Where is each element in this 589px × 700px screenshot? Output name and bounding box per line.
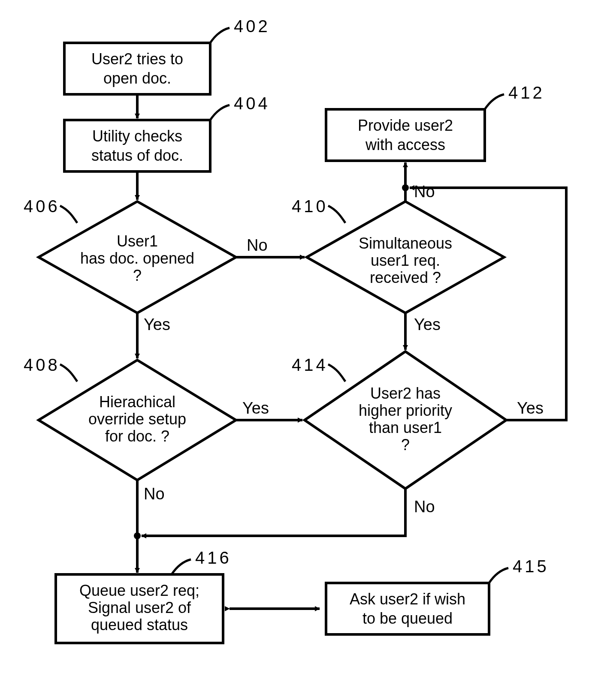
- node-416-l2: Signal user2 of: [88, 599, 191, 616]
- ref-414: 414: [292, 355, 328, 374]
- ref-406: 406: [24, 197, 60, 216]
- node-412-l2: with access: [365, 136, 445, 153]
- node-416: Queue user2 req; Signal user2 of queued …: [56, 574, 223, 643]
- ref-402: 402: [234, 17, 270, 36]
- edge-414-no: No: [414, 498, 435, 516]
- ref-404: 404: [234, 94, 270, 113]
- node-412-l1: Provide user2: [358, 117, 453, 134]
- node-412: Provide user2 with access: [326, 109, 485, 161]
- edge-414-416: [142, 489, 405, 536]
- edge-408-no: No: [144, 485, 165, 503]
- node-415: Ask user2 if wish to be queued: [326, 583, 489, 634]
- node-406-l1: User1: [117, 232, 158, 250]
- edge-410-yes: Yes: [414, 315, 441, 333]
- junction-408-416: [134, 532, 141, 539]
- ref-410: 410: [292, 197, 328, 216]
- node-404-l2: status of doc.: [91, 147, 183, 164]
- node-406-l3: ?: [133, 267, 142, 284]
- ref-415: 415: [513, 557, 549, 576]
- node-415-l1: Ask user2 if wish: [350, 590, 465, 608]
- node-414-l2: higher priority: [359, 402, 452, 419]
- ref-408: 408: [24, 355, 60, 374]
- junction-410-412: [402, 184, 409, 191]
- node-416-l1: Queue user2 req;: [79, 582, 199, 599]
- node-402: User2 tries to open doc.: [64, 43, 210, 94]
- node-408: Hierachical override setup for doc. ?: [39, 360, 236, 480]
- node-410-l3: received ?: [370, 269, 441, 286]
- node-406-l2: has doc. opened: [80, 249, 194, 267]
- node-406: User1 has doc. opened ?: [39, 201, 236, 313]
- node-402-l2: open doc.: [103, 69, 171, 87]
- node-414: User2 has higher priority than user1 ?: [305, 352, 506, 489]
- edge-408-yes: Yes: [242, 399, 269, 417]
- node-415-l2: to be queued: [362, 610, 453, 627]
- edge-406-no: No: [247, 236, 268, 254]
- node-408-l3: for doc. ?: [105, 427, 169, 445]
- node-414-l1: User2 has: [370, 385, 441, 402]
- node-410-l1: Simultaneous: [359, 234, 452, 252]
- node-408-l1: Hierachical: [99, 393, 175, 411]
- edge-414-yes: Yes: [517, 399, 544, 417]
- edge-406-yes: Yes: [144, 315, 170, 333]
- node-414-l4: ?: [401, 436, 410, 454]
- node-410-l2: user1 req.: [371, 252, 440, 269]
- node-404-l1: Utility checks: [92, 127, 182, 145]
- node-416-l3: queued status: [91, 616, 188, 634]
- node-414-l3: than user1: [369, 419, 442, 436]
- ref-412: 412: [508, 83, 545, 102]
- ref-416: 416: [195, 548, 232, 567]
- node-404: Utility checks status of doc.: [64, 120, 210, 171]
- node-410: Simultaneous user1 req. received ?: [307, 201, 504, 313]
- node-402-l1: User2 tries to: [91, 50, 183, 68]
- edge-410-no: No: [414, 183, 435, 201]
- node-408-l2: override setup: [88, 410, 186, 428]
